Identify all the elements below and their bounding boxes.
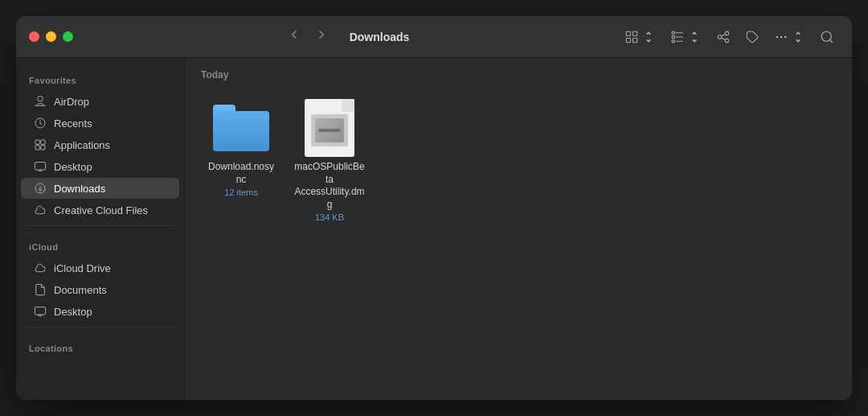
svg-rect-18 [41, 146, 45, 150]
file-item-download-nosync[interactable]: Download.nosync 12 items [201, 93, 281, 229]
sidebar-item-desktop[interactable]: Desktop [21, 156, 179, 177]
svg-point-12 [776, 36, 778, 38]
svg-rect-19 [35, 163, 45, 170]
favourites-section-label: Favourites [16, 64, 184, 90]
folder-icon [213, 100, 269, 156]
creative-cloud-label: Creative Cloud Files [54, 204, 148, 216]
content-area: Favourites AirDrop [16, 58, 852, 400]
svg-rect-17 [35, 146, 39, 150]
svg-rect-6 [672, 39, 674, 42]
minimize-button[interactable] [46, 31, 56, 42]
sidebar-divider-2 [24, 327, 176, 327]
sidebar-item-icloud-drive[interactable]: iCloud Drive [21, 257, 179, 278]
dmg-icon [301, 100, 358, 156]
desktop-label: Desktop [54, 161, 92, 173]
svg-rect-0 [626, 31, 630, 35]
sidebar-item-recents[interactable]: Recents [21, 113, 179, 134]
documents-icon [34, 283, 47, 296]
sidebar-item-documents[interactable]: Documents [21, 279, 179, 300]
files-grid: Download.nosync 12 items [185, 87, 852, 245]
applications-label: Applications [54, 139, 110, 151]
traffic-lights [16, 31, 73, 42]
nav-arrows [282, 26, 334, 47]
svg-rect-2 [626, 38, 630, 42]
downloads-label: Downloads [54, 183, 105, 195]
list-view-button[interactable] [664, 26, 708, 48]
window-title: Downloads [350, 31, 410, 43]
file-browser: Today Download.nosync 12 items [185, 58, 852, 400]
cloud-icon [34, 204, 47, 216]
svg-point-10 [780, 36, 782, 38]
svg-point-11 [785, 36, 787, 38]
svg-rect-4 [672, 31, 674, 34]
svg-rect-16 [41, 140, 45, 144]
back-button[interactable] [282, 26, 306, 47]
applications-icon [34, 138, 47, 151]
sidebar: Favourites AirDrop [16, 58, 185, 400]
tag-button[interactable] [739, 26, 766, 48]
icloud-drive-label: iCloud Drive [54, 262, 111, 274]
share-button[interactable] [710, 26, 737, 48]
close-button[interactable] [29, 31, 39, 42]
airdrop-label: AirDrop [54, 96, 89, 108]
search-button[interactable] [813, 26, 841, 48]
sidebar-item-applications[interactable]: Applications [21, 134, 179, 155]
desktop-icloud-label: Desktop [54, 306, 92, 318]
file-item-macos-dmg[interactable]: macOSPublicBeta AccessUtility.dmg 134 KB [289, 93, 370, 229]
titlebar-center: Downloads [73, 26, 618, 47]
documents-label: Documents [54, 284, 107, 296]
icloud-section-label: iCloud [16, 231, 184, 257]
maximize-button[interactable] [63, 31, 73, 42]
file-name-macos-dmg: macOSPublicBeta AccessUtility.dmg [294, 161, 365, 211]
svg-rect-21 [35, 307, 45, 315]
file-meta-download-nosync: 12 items [224, 187, 258, 197]
svg-rect-5 [672, 35, 674, 38]
desktop-icon [34, 160, 47, 173]
titlebar: Downloads [16, 16, 852, 58]
icloud-icon [34, 262, 47, 274]
svg-rect-3 [633, 38, 637, 42]
file-meta-macos-dmg: 134 KB [315, 212, 344, 222]
sidebar-item-downloads[interactable]: Downloads [21, 178, 179, 199]
sidebar-item-creative-cloud[interactable]: Creative Cloud Files [21, 200, 179, 220]
svg-point-13 [821, 31, 831, 41]
downloads-icon [34, 182, 47, 195]
locations-section-label: Locations [16, 332, 184, 358]
grid-view-button[interactable] [618, 26, 662, 48]
today-section-header: Today [185, 58, 852, 87]
svg-rect-15 [35, 140, 39, 144]
sidebar-item-desktop-icloud[interactable]: Desktop [21, 301, 179, 322]
svg-rect-1 [633, 31, 637, 35]
airdrop-icon [34, 95, 47, 108]
forward-button[interactable] [309, 26, 334, 47]
finder-window: Downloads [16, 16, 852, 400]
sidebar-item-airdrop[interactable]: AirDrop [21, 91, 179, 112]
more-button[interactable] [768, 26, 812, 48]
clock-icon [34, 117, 47, 130]
desktop-icloud-icon [34, 305, 47, 318]
toolbar-actions [618, 26, 852, 48]
file-name-download-nosync: Download.nosync [206, 161, 276, 186]
sidebar-divider-1 [24, 225, 176, 226]
recents-label: Recents [54, 117, 92, 130]
